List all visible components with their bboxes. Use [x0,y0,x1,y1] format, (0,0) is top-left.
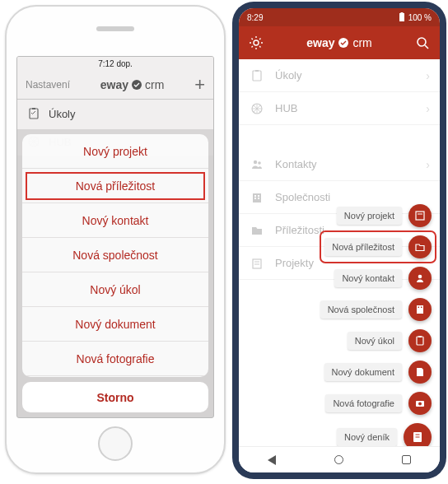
iphone-home-button[interactable] [98,426,133,461]
svg-rect-28 [421,307,422,309]
project-icon [250,257,264,270]
chevron-right-icon: › [426,158,430,171]
fab-chip-label: Nový kontakt [334,269,402,287]
svg-point-13 [254,160,257,163]
chevron-right-icon: › [426,102,430,115]
fab-option-company[interactable]: Nová společnost [320,298,432,321]
list-item-label: Úkoly [49,108,76,120]
document-icon [408,361,432,384]
clipboard-icon [250,69,264,82]
fab-chip-label: Nová fotografie [325,394,402,412]
android-screen: 8:29 100 % eway crm Úkoly › HUB [239,8,440,472]
iphone-device-frame: 7:12 dop. Nastavení eway crm + Úkoly HUB [5,5,226,474]
svg-point-8 [418,38,426,46]
clipboard-icon [27,107,40,120]
gear-icon[interactable] [249,35,264,50]
android-home-button[interactable] [334,455,343,464]
brand-right: crm [352,36,371,49]
sheet-option-document[interactable]: Nový dokument [22,307,208,342]
list-item-tasks[interactable]: Úkoly › [239,59,440,92]
svg-rect-18 [254,198,256,199]
list-item-contacts[interactable]: Kontakty › [239,148,440,181]
iphone-speaker [96,26,134,31]
sheet-option-label: Nová fotografie [77,352,155,365]
list-item-tasks[interactable]: Úkoly [17,100,213,128]
hub-icon [250,102,264,115]
fab-chip-label: Nový projekt [337,207,402,225]
ios-status-time: 7:12 dop. [98,59,133,68]
ios-statusbar: 7:12 dop. [17,57,213,70]
ios-back-button[interactable]: Nastavení [26,79,70,91]
list-item-label: HUB [275,102,297,114]
ios-action-sheet-overlay: Nový projekt Nová příležitost Nový konta… [17,129,213,417]
svg-point-6 [254,40,259,45]
svg-rect-26 [417,305,423,314]
clipboard-icon [408,329,432,352]
sheet-option-label: Nový kontakt [82,214,149,227]
svg-rect-29 [417,337,423,345]
svg-rect-1 [30,109,38,119]
fab-option-project[interactable]: Nový projekt [337,204,432,227]
sheet-option-label: Nová příležitost [76,179,155,193]
svg-rect-11 [255,70,259,72]
fab-option-contact[interactable]: Nový kontakt [334,267,432,290]
android-navbar [239,446,440,472]
folder-icon [250,224,264,237]
svg-rect-30 [418,336,422,337]
chevron-right-icon: › [426,69,430,82]
svg-rect-19 [258,198,259,199]
fab-chip-label: Nový deník [337,428,397,446]
sheet-option-project[interactable]: Nový projekt [22,134,208,169]
ios-add-button[interactable]: + [194,74,205,95]
camera-icon [408,392,432,415]
android-status-battery: 100 % [408,13,432,22]
battery-icon [399,12,405,22]
sheet-option-label: Nová společnost [72,249,158,262]
sheet-option-label: Nový dokument [75,318,155,331]
list-item-label: Kontakty [275,158,317,170]
brand-glyph-icon [338,37,349,49]
brand-left: eway [100,78,128,91]
sheet-option-label: Nový úkol [90,283,140,296]
brand-left: eway [306,36,334,49]
svg-rect-5 [400,12,403,13]
brand-glyph-icon [131,79,142,91]
android-fab-menu: Nový projekt Nová příležitost Nový konta… [320,204,432,451]
android-statusbar: 8:29 100 % [239,8,440,26]
fab-chip-label: Nová příležitost [324,238,402,256]
people-icon [250,158,264,171]
sheet-option-label: Nový projekt [83,145,147,158]
sheet-cancel-button[interactable]: Storno [22,382,208,412]
sheet-option-company[interactable]: Nová společnost [22,238,208,272]
fab-option-document[interactable]: Nový dokument [324,361,432,384]
android-back-button[interactable] [268,455,276,465]
svg-point-7 [338,38,348,48]
svg-rect-23 [416,212,424,220]
folder-icon [408,235,432,258]
fab-chip-label: Nový dokument [324,363,402,381]
svg-point-0 [132,80,142,90]
svg-rect-2 [32,108,35,109]
sheet-option-opportunity[interactable]: Nová příležitost [22,169,208,203]
svg-line-9 [425,45,428,49]
search-icon[interactable] [415,35,430,50]
sheet-option-journal[interactable]: Nový deník [22,376,208,377]
android-status-time: 8:29 [247,13,263,22]
svg-rect-10 [253,71,261,81]
fab-option-opportunity[interactable]: Nová příležitost [323,234,433,260]
fab-option-photo[interactable]: Nová fotografie [325,392,432,415]
brand-right: crm [145,78,164,91]
list-item-label: Úkoly [275,69,302,81]
iphone-screen: 7:12 dop. Nastavení eway crm + Úkoly HUB [16,56,214,418]
list-item-hub[interactable]: HUB › [239,92,440,125]
fab-option-task[interactable]: Nový úkol [348,329,432,352]
ios-brand: eway crm [100,78,165,91]
list-item-label: Projekty [275,257,314,269]
person-icon [408,267,432,290]
fab-chip-label: Nová společnost [320,300,402,319]
list-item-label: Příležitosti [275,224,324,236]
sheet-option-photo[interactable]: Nová fotografie [22,342,208,376]
sheet-option-task[interactable]: Nový úkol [22,272,208,307]
android-recents-button[interactable] [402,455,411,464]
sheet-option-contact[interactable]: Nový kontakt [22,203,208,238]
